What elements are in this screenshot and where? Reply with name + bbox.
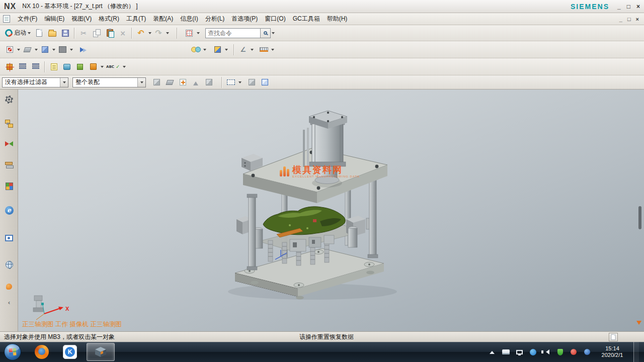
menu-gc-toolbox[interactable]: GC工具箱 (289, 13, 324, 25)
constraint-navigator-button[interactable] (4, 139, 14, 149)
command-finder-input[interactable] (205, 28, 261, 38)
touch-mode-dropdown[interactable] (196, 27, 200, 39)
show-hide-button[interactable] (77, 43, 91, 56)
status-doc-button[interactable] (609, 333, 618, 341)
command-finder-dropdown[interactable] (271, 27, 275, 39)
measure-dropdown[interactable] (270, 44, 275, 56)
view-cube-dropdown[interactable] (51, 44, 56, 56)
rendering-style-button[interactable] (21, 43, 34, 56)
tray-volume-button[interactable] (542, 348, 550, 356)
internet-explorer-button[interactable]: e (4, 205, 14, 215)
viewport-scroll-thumb[interactable] (638, 206, 641, 229)
redo-button[interactable]: ↷ (152, 27, 165, 40)
menu-file[interactable]: 文件(F) (14, 13, 41, 25)
show-desktop-button[interactable] (633, 342, 639, 362)
menu-format[interactable]: 格式(R) (95, 13, 123, 25)
copy-button[interactable] (90, 27, 103, 40)
start-button[interactable] (0, 342, 25, 362)
menu-view[interactable]: 视图(V) (68, 13, 95, 25)
rendering-style-dropdown[interactable] (34, 44, 38, 56)
roles-gear-button[interactable] (4, 95, 14, 105)
assembly-navigator-button[interactable] (4, 119, 14, 129)
process-studio-button[interactable] (4, 282, 14, 292)
undo-button[interactable]: ↶ (134, 27, 147, 40)
menu-tools[interactable]: 工具(T) (123, 13, 149, 25)
rectangle-select-dropdown[interactable] (237, 76, 242, 88)
reuse-library-button[interactable] (4, 181, 14, 191)
highlight-add-button[interactable] (176, 76, 189, 89)
resource-pop-arrow-icon[interactable] (636, 321, 641, 327)
notes-button[interactable] (47, 60, 60, 73)
shaded-edges-button[interactable] (189, 43, 202, 56)
tray-ime-button[interactable] (502, 348, 510, 356)
select-previous-button[interactable] (202, 76, 215, 89)
taskbar-browser-button[interactable] (30, 343, 53, 361)
coordinate-triad[interactable]: X (29, 292, 85, 323)
taskbar-nx-button[interactable] (87, 343, 115, 361)
select-within-button[interactable] (150, 76, 163, 89)
menu-help[interactable]: 帮助(H) (324, 13, 351, 25)
exploded-view-button[interactable] (87, 60, 100, 73)
snap-angle-button[interactable]: ∠ (236, 43, 250, 56)
more-tabs-button[interactable]: ‹ (4, 298, 14, 308)
display-mode-dropdown[interactable] (224, 44, 228, 56)
delete-button[interactable]: × (116, 27, 129, 40)
background-color-dropdown[interactable] (69, 44, 73, 56)
new-file-button[interactable] (33, 27, 46, 40)
selection-filter-combo[interactable]: 没有选择过滤器 (2, 77, 68, 87)
save-button[interactable] (59, 27, 72, 40)
menu-assemblies[interactable]: 装配(A) (149, 13, 177, 25)
measure-button[interactable] (257, 43, 270, 56)
search-button[interactable] (261, 28, 271, 38)
tray-network-button[interactable] (515, 348, 523, 356)
tray-message-button[interactable] (529, 348, 537, 356)
graphics-viewport[interactable]: 模具资料网 EXCELLENT MANUFACTURING DATA X 正三轴… (18, 89, 644, 331)
undo-dropdown[interactable] (147, 27, 152, 39)
shaded-cube-button[interactable] (245, 76, 258, 89)
menu-edit[interactable]: 编辑(E) (41, 13, 68, 25)
child-minimize-button[interactable]: _ (619, 16, 622, 22)
history-button[interactable] (4, 259, 14, 269)
open-button[interactable] (46, 27, 59, 40)
combo-arrow-button[interactable] (60, 78, 68, 87)
window-browser-button[interactable] (4, 233, 14, 243)
menu-analysis[interactable]: 分析(L) (202, 13, 228, 25)
sequence-check-dropdown[interactable] (122, 61, 126, 73)
sequence-check-button[interactable]: ABC ✓ (104, 60, 122, 73)
select-up-button[interactable] (189, 76, 202, 89)
tray-sync-button[interactable] (583, 348, 591, 356)
tray-security-button[interactable] (556, 348, 564, 356)
part-navigator-button[interactable] (4, 160, 14, 170)
rectangle-select-button[interactable] (224, 76, 237, 89)
maximize-button[interactable]: □ (627, 3, 630, 10)
menu-window[interactable]: 窗口(O) (261, 13, 289, 25)
touch-mode-button[interactable] (183, 27, 196, 40)
move-component-button[interactable] (3, 60, 16, 73)
cad-model-3d[interactable] (18, 89, 644, 331)
assembly-constraints-button[interactable] (16, 60, 29, 73)
paste-button[interactable] (103, 27, 116, 40)
pattern-component-button[interactable] (29, 60, 42, 73)
menu-information[interactable]: 信息(I) (177, 13, 201, 25)
wave-link-button[interactable] (60, 60, 73, 73)
snap-point-button[interactable] (163, 76, 176, 89)
view-cube-button[interactable] (38, 43, 51, 56)
menu-preferences[interactable]: 首选项(P) (228, 13, 261, 25)
snap-angle-dropdown[interactable] (250, 44, 254, 56)
tray-alert-button[interactable] (570, 348, 578, 356)
child-restore-button[interactable]: □ (627, 16, 631, 22)
orient-view-button[interactable] (3, 43, 16, 56)
display-mode-button[interactable] (211, 43, 224, 56)
minimize-button[interactable]: _ (617, 3, 621, 10)
new-component-button[interactable] (73, 60, 87, 73)
child-close-button[interactable]: × (636, 16, 639, 22)
cut-button[interactable]: ✂ (77, 27, 90, 40)
taskbar-k-app-button[interactable]: K (58, 343, 82, 361)
combo-arrow-button[interactable] (137, 78, 145, 87)
close-button[interactable]: × (636, 3, 640, 10)
orient-view-dropdown[interactable] (16, 44, 21, 56)
show-hidden-icons-button[interactable] (488, 348, 496, 356)
redo-dropdown[interactable] (165, 27, 170, 39)
shaded-edges-dropdown[interactable] (202, 44, 207, 56)
taskbar-clock[interactable]: 15:14 2020/2/1 (597, 345, 628, 358)
